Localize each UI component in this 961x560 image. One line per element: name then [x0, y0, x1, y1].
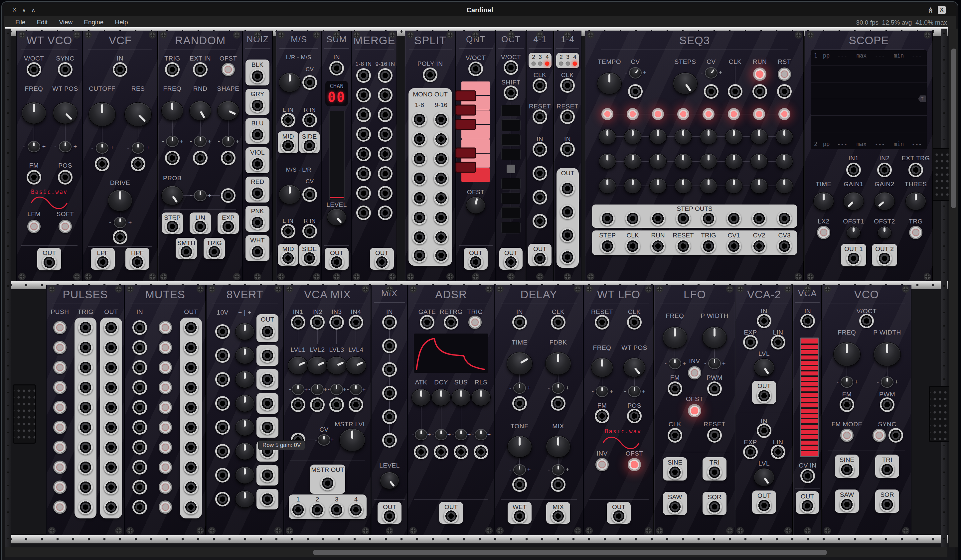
fm-trim[interactable]: [669, 358, 681, 369]
rst-button[interactable]: [778, 67, 791, 81]
mute-button[interactable]: [159, 420, 172, 434]
ofst2-knob[interactable]: [877, 226, 892, 239]
row1-step5-knob[interactable]: [700, 129, 717, 144]
run-button-active[interactable]: [753, 67, 767, 81]
push-button[interactable]: [53, 361, 66, 374]
cv2-jack[interactable]: [752, 239, 767, 254]
clk-jack[interactable]: [728, 84, 742, 99]
split-out-jack[interactable]: [434, 132, 448, 146]
split-out-jack[interactable]: [434, 191, 448, 205]
in-4-jack[interactable]: [533, 214, 547, 228]
in-jack[interactable]: [215, 324, 230, 339]
out-jack[interactable]: [42, 255, 56, 270]
atk-cv-trim[interactable]: [415, 429, 427, 440]
trig-jack[interactable]: [78, 400, 93, 415]
atk-cv-jack[interactable]: [414, 444, 428, 459]
out-jack[interactable]: [104, 400, 119, 415]
row3-step5-knob[interactable]: [700, 178, 717, 194]
res-knob[interactable]: [124, 103, 152, 127]
r-in-jack[interactable]: [302, 224, 317, 238]
tempo-cv-trim[interactable]: [629, 67, 642, 79]
push-button[interactable]: [53, 441, 66, 454]
menu-file[interactable]: File: [15, 19, 26, 26]
merge-in-jack[interactable]: [378, 127, 392, 142]
in1-jack[interactable]: [846, 163, 861, 177]
out4-jack[interactable]: [349, 502, 363, 517]
in-jack[interactable]: [382, 409, 397, 424]
out-jack[interactable]: [260, 468, 275, 483]
step-out-jack[interactable]: [752, 211, 767, 226]
out-jack[interactable]: [104, 340, 119, 355]
menu-edit[interactable]: Edit: [37, 19, 48, 26]
key-a-sharp[interactable]: [455, 90, 476, 101]
key-c-sharp[interactable]: [455, 162, 476, 173]
row1-step7-knob[interactable]: [750, 129, 768, 144]
sync-jack[interactable]: [889, 428, 903, 443]
merge-in-jack[interactable]: [356, 166, 371, 181]
fdbk-knob[interactable]: [545, 352, 571, 375]
out-jack[interactable]: [183, 320, 198, 335]
trig-out-jack[interactable]: [207, 244, 222, 259]
octave-step[interactable]: [501, 193, 521, 204]
pos-jack[interactable]: [627, 409, 642, 423]
pwm-trim[interactable]: [708, 358, 721, 369]
pos-jack[interactable]: [58, 170, 72, 185]
row3-step1-knob[interactable]: [599, 178, 616, 194]
out1-jack[interactable]: [846, 251, 861, 266]
steps-cv-trim[interactable]: [705, 67, 717, 79]
lpf-out-jack[interactable]: [95, 255, 110, 270]
in-jack[interactable]: [382, 433, 397, 448]
drive-knob[interactable]: [108, 189, 132, 212]
exp-jack[interactable]: [743, 335, 758, 350]
split-out-jack[interactable]: [412, 210, 427, 225]
sm-amount-knob[interactable]: [279, 185, 301, 204]
split-out-jack[interactable]: [412, 191, 427, 205]
out-jack[interactable]: [800, 499, 815, 513]
mute-button[interactable]: [159, 381, 172, 394]
cv1-jack[interactable]: [726, 239, 741, 254]
mix-knob[interactable]: [546, 436, 570, 457]
in1-jack[interactable]: [291, 315, 305, 329]
prob-cv-trim[interactable]: [194, 190, 207, 201]
in-jack[interactable]: [215, 492, 230, 507]
in-jack[interactable]: [132, 420, 147, 435]
freq-knob[interactable]: [833, 342, 861, 366]
in-jack[interactable]: [132, 340, 147, 355]
trig-jack[interactable]: [78, 340, 93, 355]
row2-step1-knob[interactable]: [599, 154, 616, 169]
sine-out-jack[interactable]: [668, 465, 682, 480]
exp-jack[interactable]: [743, 444, 758, 459]
merge-in-jack[interactable]: [356, 147, 371, 161]
lvl3-knob[interactable]: [326, 356, 347, 375]
trig-jack[interactable]: [78, 460, 93, 475]
cutoff-knob[interactable]: [88, 103, 116, 127]
freq-knob[interactable]: [161, 101, 183, 121]
split-out-jack[interactable]: [412, 132, 427, 146]
merge-in-jack[interactable]: [356, 127, 371, 142]
step-1-led[interactable]: [601, 108, 613, 120]
push-button[interactable]: [53, 401, 66, 414]
in-jack[interactable]: [132, 380, 147, 395]
time-knob[interactable]: [813, 192, 834, 210]
in-jack[interactable]: [757, 314, 771, 328]
lx2-button[interactable]: [817, 226, 830, 239]
step-out-jack[interactable]: [701, 211, 716, 226]
gain1-knob[interactable]: [843, 192, 864, 210]
mute-button[interactable]: [159, 401, 172, 414]
gry-out-jack[interactable]: [250, 98, 265, 113]
clk-jack[interactable]: [627, 315, 642, 329]
out-jack[interactable]: [104, 320, 119, 335]
rnd-knob[interactable]: [189, 101, 211, 121]
row2-step2-knob[interactable]: [624, 154, 641, 169]
wtpos-knob[interactable]: [624, 358, 645, 377]
reset-jack[interactable]: [595, 315, 609, 329]
collapse-icon[interactable]: ≪: [927, 7, 934, 13]
out2-jack[interactable]: [310, 502, 325, 517]
exp-out-jack[interactable]: [221, 219, 236, 234]
out-3-jack[interactable]: [560, 228, 575, 242]
lin-out-jack[interactable]: [193, 219, 207, 234]
push-button[interactable]: [53, 341, 66, 354]
out-jack[interactable]: [183, 420, 198, 435]
row2-step4-knob[interactable]: [675, 154, 692, 169]
lin-jack[interactable]: [771, 444, 785, 459]
